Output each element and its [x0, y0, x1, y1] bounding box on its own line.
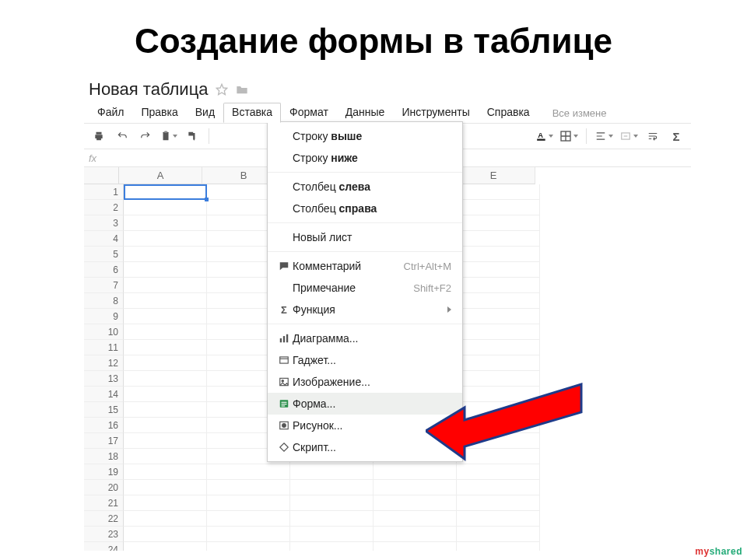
cell[interactable]	[124, 495, 207, 511]
menu-правка[interactable]: Правка	[132, 103, 186, 123]
functions-icon[interactable]: Σ	[666, 127, 686, 145]
row-number[interactable]: 6	[84, 262, 124, 278]
row-number[interactable]: 14	[84, 387, 124, 402]
row-number[interactable]: 23	[84, 527, 124, 542]
cell[interactable]	[457, 433, 540, 449]
cell[interactable]	[457, 511, 540, 527]
cell[interactable]	[124, 371, 207, 387]
cell[interactable]	[457, 231, 540, 247]
menu-item-функция[interactable]: ΣФункция	[268, 299, 462, 320]
cell[interactable]	[207, 511, 290, 527]
menu-item-строку-выше[interactable]: Строку выше	[268, 125, 462, 147]
cell[interactable]	[457, 402, 540, 418]
cell[interactable]	[457, 293, 540, 309]
cell[interactable]	[290, 464, 374, 480]
cell[interactable]	[290, 542, 374, 551]
merge-icon[interactable]	[618, 127, 640, 145]
cell[interactable]	[124, 418, 207, 433]
menu-вставка[interactable]: Вставка	[223, 103, 281, 123]
row-number[interactable]: 21	[84, 495, 124, 511]
cell[interactable]	[124, 542, 207, 551]
row-number[interactable]: 11	[84, 340, 124, 355]
menu-формат[interactable]: Формат	[281, 103, 337, 123]
row-number[interactable]: 4	[84, 231, 124, 247]
row-number[interactable]: 1	[84, 184, 124, 200]
undo-icon[interactable]	[112, 127, 132, 145]
menu-инструменты[interactable]: Инструменты	[393, 103, 478, 123]
cell[interactable]	[290, 527, 374, 542]
cell[interactable]	[124, 262, 207, 278]
cell[interactable]	[207, 495, 290, 511]
cell[interactable]	[457, 355, 540, 371]
row-number[interactable]: 20	[84, 480, 124, 495]
cell[interactable]	[290, 511, 374, 527]
cell[interactable]	[207, 527, 290, 542]
menu-вид[interactable]: Вид	[187, 103, 223, 123]
menu-item-столбец-справа[interactable]: Столбец справа	[268, 198, 462, 219]
menu-item-рисунок[interactable]: Рисунок...	[268, 415, 462, 436]
paste-icon[interactable]	[159, 127, 179, 145]
cell[interactable]	[124, 215, 207, 231]
cell[interactable]	[124, 464, 207, 480]
row-number[interactable]: 15	[84, 402, 124, 418]
row-number[interactable]: 16	[84, 418, 124, 433]
row-number[interactable]: 17	[84, 433, 124, 449]
column-header[interactable]: A	[119, 167, 202, 184]
menu-item-изображение[interactable]: Изображение...	[268, 371, 462, 393]
row-number[interactable]: 13	[84, 371, 124, 387]
menu-item-гаджет[interactable]: Гаджет...	[268, 349, 462, 371]
cell[interactable]	[124, 309, 207, 324]
redo-icon[interactable]	[135, 127, 156, 145]
cell[interactable]	[457, 184, 540, 200]
cell[interactable]	[124, 480, 207, 495]
cell[interactable]	[374, 527, 457, 542]
cell[interactable]	[457, 278, 540, 293]
cell[interactable]	[457, 527, 540, 542]
cell[interactable]	[457, 418, 540, 433]
cell[interactable]	[207, 542, 290, 551]
row-number[interactable]: 7	[84, 278, 124, 293]
menu-item-скрипт[interactable]: Скрипт...	[268, 436, 462, 458]
folder-icon[interactable]	[236, 84, 248, 95]
row-number[interactable]: 5	[84, 247, 124, 262]
cell[interactable]	[457, 387, 540, 402]
cell[interactable]	[374, 464, 457, 480]
star-icon[interactable]	[216, 83, 228, 96]
row-number[interactable]: 8	[84, 293, 124, 309]
cell[interactable]	[207, 480, 290, 495]
select-all-corner[interactable]	[84, 167, 119, 184]
cell[interactable]	[124, 433, 207, 449]
row-number[interactable]: 3	[84, 215, 124, 231]
cell[interactable]	[290, 495, 374, 511]
cell[interactable]	[124, 449, 207, 464]
cell[interactable]	[374, 480, 457, 495]
cell[interactable]	[124, 278, 207, 293]
row-number[interactable]: 2	[84, 200, 124, 215]
cell[interactable]	[124, 387, 207, 402]
menu-справка[interactable]: Справка	[479, 103, 538, 123]
menu-данные[interactable]: Данные	[337, 103, 394, 123]
cell[interactable]	[457, 495, 540, 511]
borders-icon[interactable]	[558, 127, 580, 145]
cell[interactable]	[457, 371, 540, 387]
cell[interactable]	[124, 402, 207, 418]
cell[interactable]	[457, 464, 540, 480]
cell[interactable]	[457, 542, 540, 551]
cell[interactable]	[374, 495, 457, 511]
row-number[interactable]: 9	[84, 309, 124, 324]
cell[interactable]	[124, 355, 207, 371]
cell[interactable]	[457, 324, 540, 340]
cell[interactable]	[124, 324, 207, 340]
cell[interactable]	[457, 262, 540, 278]
cell[interactable]	[124, 293, 207, 309]
cell[interactable]	[457, 480, 540, 495]
cell[interactable]	[124, 231, 207, 247]
cell[interactable]	[290, 480, 374, 495]
menu-item-новый-лист[interactable]: Новый лист	[268, 226, 462, 248]
menu-item-комментарий[interactable]: КомментарийCtrl+Alt+M	[268, 255, 462, 277]
row-number[interactable]: 22	[84, 511, 124, 527]
cell[interactable]	[374, 542, 457, 551]
row-number[interactable]: 10	[84, 324, 124, 340]
cell[interactable]	[457, 215, 540, 231]
cell[interactable]	[124, 184, 207, 200]
